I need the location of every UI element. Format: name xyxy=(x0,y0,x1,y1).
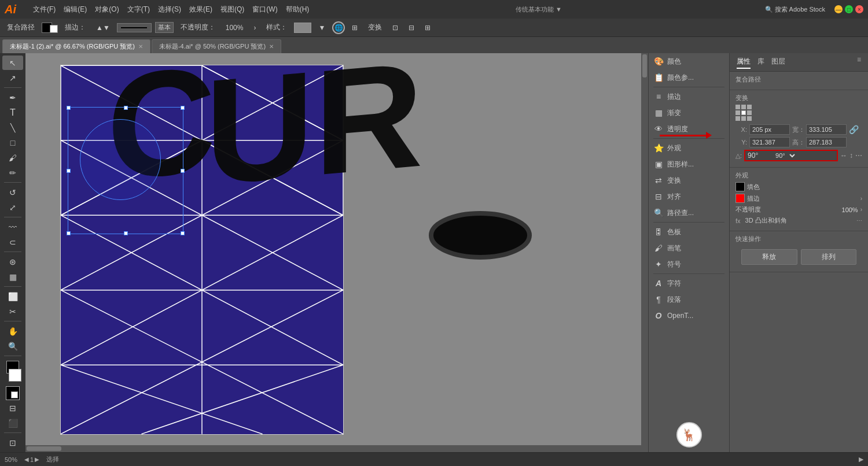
menu-select[interactable]: 选择(S) xyxy=(155,3,185,16)
flip-v-icon[interactable]: ↕ xyxy=(849,151,853,160)
screen-mode-btn[interactable]: ⊡ xyxy=(2,435,23,450)
tab-1-close[interactable]: ✕ xyxy=(138,43,143,50)
blend-tool[interactable]: ⊂ xyxy=(2,235,23,249)
zoom-out-arrow[interactable]: ◀ xyxy=(24,456,29,463)
menu-object[interactable]: 对象(O) xyxy=(91,3,122,16)
panel-swatches[interactable]: 🎛 色板 xyxy=(649,224,729,240)
menu-view[interactable]: 视图(Q) xyxy=(217,3,248,16)
transform-icon[interactable]: ⊡ xyxy=(389,23,402,33)
menu-window[interactable]: 窗口(W) xyxy=(249,3,281,16)
panel-opentype[interactable]: O OpenT... xyxy=(649,308,729,324)
pencil-tool[interactable]: ✏ xyxy=(2,165,23,180)
panel-symbol[interactable]: ✦ 符号 xyxy=(649,256,729,272)
close-button[interactable]: × xyxy=(855,5,863,13)
hand-tool[interactable]: ✋ xyxy=(2,324,23,338)
panel-color-ref[interactable]: 📋 颜色参... xyxy=(649,69,729,86)
style-arrow[interactable]: ▼ xyxy=(315,23,329,33)
arrange-button[interactable]: 排列 xyxy=(801,249,857,265)
fill-color-swatch[interactable] xyxy=(735,182,745,191)
transform-icon2[interactable]: ⊟ xyxy=(405,23,418,33)
type-tool[interactable]: T xyxy=(2,105,23,120)
zoom-level[interactable]: 50% xyxy=(5,456,17,463)
stroke-swatch[interactable] xyxy=(50,25,58,33)
stroke-expand-btn[interactable]: › xyxy=(860,195,862,202)
view-mode-btn[interactable]: ⊟ xyxy=(2,401,23,415)
panel-pathfinder[interactable]: 🔍 路径查... xyxy=(649,205,729,221)
panel-transparency[interactable]: 👁 透明度 xyxy=(649,121,729,137)
flip-h-icon[interactable]: ↔ xyxy=(840,151,847,160)
zoom-tool[interactable]: 🔍 xyxy=(2,339,23,353)
rotate-tool[interactable]: ↺ xyxy=(2,185,23,199)
stroke-row[interactable]: 描边 › xyxy=(735,194,862,203)
zoom-in-arrow[interactable]: ▶ xyxy=(35,456,39,463)
artboard-tool[interactable]: ⬜ xyxy=(2,289,23,304)
link-aspect-icon[interactable]: 🔗 xyxy=(849,125,859,134)
pen-tool[interactable]: ✒ xyxy=(2,90,23,105)
symbol-tool[interactable]: ⊛ xyxy=(2,254,23,269)
tab-2-close[interactable]: ✕ xyxy=(269,43,274,50)
tab-library[interactable]: 库 xyxy=(757,56,764,69)
panel-stroke[interactable]: ≡ 描边 xyxy=(649,88,729,105)
transform-icon3[interactable]: ⊞ xyxy=(421,23,434,33)
height-input[interactable] xyxy=(806,137,847,147)
v-scroll-thumb[interactable] xyxy=(642,54,647,77)
tab-2[interactable]: 未标题-4.ai* @ 50% (RGB/GPU 预览) ✕ xyxy=(152,39,281,53)
menu-effect[interactable]: 效果(E) xyxy=(186,3,216,16)
artboard[interactable]: C UR xyxy=(60,65,344,435)
slice-tool[interactable]: ✂ xyxy=(2,304,23,319)
release-button[interactable]: 释放 xyxy=(741,249,797,265)
minimize-button[interactable]: — xyxy=(834,5,843,13)
search-stock[interactable]: 🔍 搜索 Adobe Stock xyxy=(765,5,826,14)
background-swatch[interactable] xyxy=(9,369,21,382)
panel-gradient[interactable]: ▦ 渐变 xyxy=(649,105,729,121)
opacity-arrow[interactable]: › xyxy=(250,23,259,33)
tab-layers[interactable]: 图层 xyxy=(771,56,785,69)
fx-more-btn[interactable]: ⋯ xyxy=(856,217,862,224)
menu-file[interactable]: 文件(F) xyxy=(30,3,59,16)
globe-icon[interactable]: 🌐 xyxy=(332,21,345,34)
transform-origin-grid[interactable] xyxy=(735,105,862,121)
line-tool[interactable]: ╲ xyxy=(2,120,23,135)
panel-brush[interactable]: 🖌 画笔 xyxy=(649,240,729,256)
style-preview[interactable] xyxy=(294,23,311,33)
zoom-controls[interactable]: ◀ 1 ▶ xyxy=(24,456,39,463)
angle-input-box[interactable]: 90° 0° 45° -90° xyxy=(744,150,838,161)
window-controls[interactable]: — □ × xyxy=(834,5,863,13)
fill-row[interactable]: 填色 xyxy=(735,182,862,191)
tab-1[interactable]: 未标题-1 (2).ai* @ 66.67% (RGB/GPU 预览) ✕ xyxy=(2,39,150,53)
menu-help[interactable]: 帮助(H) xyxy=(282,3,313,16)
color-mode-toggle[interactable] xyxy=(2,386,23,400)
color-swatches[interactable] xyxy=(4,361,21,382)
grid-icon[interactable]: ⊞ xyxy=(348,23,361,33)
stroke-color-swatch[interactable] xyxy=(735,194,745,203)
opacity-expand-btn[interactable]: › xyxy=(860,206,862,213)
v-scrollbar[interactable] xyxy=(641,53,648,452)
stroke-preview[interactable] xyxy=(117,23,152,32)
paintbrush-tool[interactable]: 🖌 xyxy=(2,150,23,165)
scale-tool[interactable]: ⤢ xyxy=(2,200,23,214)
transform-label[interactable]: 变换 xyxy=(365,21,385,34)
panel-character[interactable]: A 字符 xyxy=(649,275,729,291)
column-tool[interactable]: ▦ xyxy=(2,269,23,284)
canvas-area[interactable]: C UR xyxy=(25,53,648,452)
view-mode-btn2[interactable]: ⬛ xyxy=(2,416,23,430)
fx-row[interactable]: fx 3D 凸出和斜角 ⋯ xyxy=(735,216,862,225)
panel-appearance[interactable]: ⭐ 外观 xyxy=(649,140,729,156)
menu-bar[interactable]: 文件(F) 编辑(E) 对象(O) 文字(T) 选择(S) 效果(E) 视图(Q… xyxy=(30,3,312,16)
width-input[interactable] xyxy=(806,124,847,135)
panel-color[interactable]: 🎨 颜色 xyxy=(649,53,729,69)
x-input[interactable] xyxy=(749,124,790,135)
angle-input[interactable] xyxy=(748,151,771,160)
more-options-icon[interactable]: ⋯ xyxy=(855,151,862,160)
panel-align[interactable]: ⊟ 对齐 xyxy=(649,188,729,205)
rect-tool[interactable]: □ xyxy=(2,135,23,150)
h-scroll-thumb[interactable] xyxy=(27,446,61,451)
select-tool[interactable]: ↖ xyxy=(2,56,23,70)
h-scrollbar[interactable] xyxy=(25,445,641,452)
direct-select-tool[interactable]: ↗ xyxy=(2,71,23,85)
menu-edit[interactable]: 编辑(E) xyxy=(60,3,90,16)
y-input[interactable] xyxy=(749,137,790,147)
menu-text[interactable]: 文字(T) xyxy=(124,3,153,16)
profile-dropdown[interactable]: 基本 xyxy=(155,22,174,33)
tab-properties[interactable]: 属性 xyxy=(737,56,751,69)
